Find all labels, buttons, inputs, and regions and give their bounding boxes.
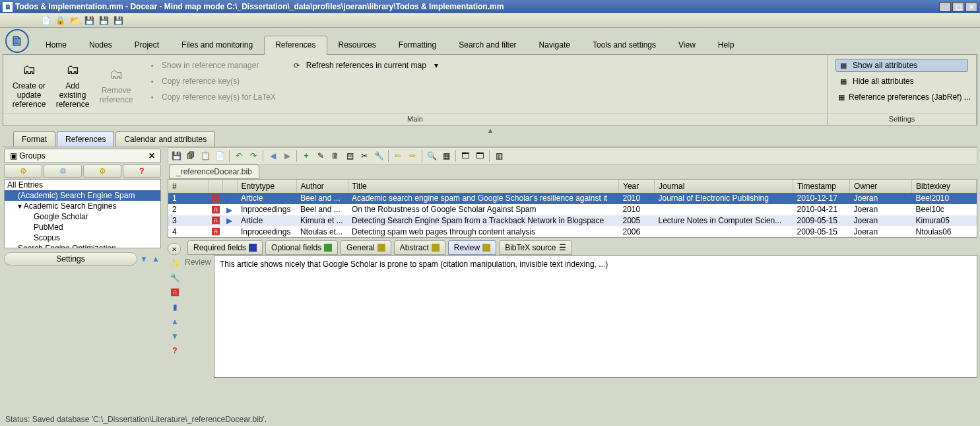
menu-project[interactable]: Project [123,36,170,55]
search-icon[interactable]: 🔍 [425,149,438,162]
wand-icon[interactable]: ✨ [169,258,181,269]
help-icon[interactable]: ? [169,345,181,357]
detail-tab-required-fields[interactable]: Required fields [187,240,263,255]
back-icon[interactable]: ◀ [266,149,279,162]
tools-icon[interactable]: ✂ [358,149,371,162]
subtab-format[interactable]: Format [13,131,55,147]
subtab-calendar-and-attributes[interactable]: Calendar and attributes [115,131,215,147]
forward-icon[interactable]: ▶ [280,149,294,162]
menu-resources[interactable]: Resources [327,36,387,55]
col-year[interactable]: Year [619,180,655,193]
col-title[interactable]: Title [348,180,619,193]
groups-edit-button[interactable]: ⚙ [44,164,82,178]
groups-tab[interactable]: ▣ Groups ✕ [4,149,161,163]
chevron-down-icon[interactable]: ▾ [434,61,438,70]
close-button[interactable]: ✕ [965,2,977,12]
col-owner[interactable]: Owner [850,180,912,193]
menu-view[interactable]: View [667,36,707,55]
table-row[interactable]: 1🅰▶ArticleBeel and ...Academic search en… [168,193,977,204]
ribbon-collapse-handle[interactable]: ▴ [0,125,980,131]
preview-icon[interactable]: 🗔 [459,149,472,162]
show-all-attributes-button[interactable]: ▦Show all attributes [835,59,968,72]
col-entrytype[interactable]: Entrytype [237,180,296,193]
groups-refresh-button[interactable]: ⚙ [83,164,121,178]
new-entry-icon[interactable]: 📄 [213,149,226,162]
tree-all-entries[interactable]: All Entries [5,180,160,190]
col-icon[interactable] [222,180,237,193]
table-row[interactable]: 4🅰InproceedingsNtoulas et...Detecting sp… [168,226,977,237]
table-row[interactable]: 2🅰▶InproceedingsBeel and ...On the Robus… [168,204,977,215]
add-icon[interactable]: + [300,149,313,162]
col-timestamp[interactable]: Timestamp [793,180,850,193]
mark-icon[interactable]: ✏ [406,149,419,162]
collapse-down-icon[interactable]: ▼ [139,254,149,264]
menu-navigate[interactable]: Navigate [528,36,581,55]
menu-tools-and-settings[interactable]: Tools and settings [581,36,667,55]
menu-references[interactable]: References [264,36,327,55]
copy-icon[interactable]: 🗐 [184,149,197,162]
columns-icon[interactable]: ▥ [492,149,506,162]
tree-item[interactable]: Search Engine Optimization [5,243,160,248]
add-existing-reference-button[interactable]: 🗂Add existingreference [51,57,94,110]
up-arrow-icon[interactable]: ▲ [169,316,181,328]
detail-tab-optional-fields[interactable]: Optional fields [265,240,338,255]
menu-help[interactable]: Help [707,36,746,55]
groups-add-button[interactable]: ⚙ [4,164,42,178]
tree-item[interactable]: PubMed [5,222,160,232]
highlight-icon[interactable]: ✏ [391,149,405,162]
file-tab[interactable]: _referenceDocear.bib [169,164,259,179]
edit-entry-icon[interactable]: ✎ [314,149,327,162]
groups-tree[interactable]: All Entries(Academic) Search Engine Spam… [4,179,161,248]
save-as-icon[interactable]: 💾 [98,15,110,26]
wrench-icon[interactable]: 🔧 [169,272,181,284]
col-author[interactable]: Author [296,180,348,193]
minimize-button[interactable]: _ [939,2,951,12]
toggle-icon[interactable]: 🗔 [473,149,486,162]
reference-preferences-jabref--button[interactable]: ▦Reference preferences (JabRef) ... [835,90,968,104]
create-or-update-reference-button[interactable]: 🗂Create or updatereference [7,57,51,110]
detail-tab-general[interactable]: General [341,240,391,255]
menu-files-and-monitoring[interactable]: Files and monitoring [170,36,264,55]
pdf-icon[interactable]: 🅰 [169,287,181,299]
groups-help-button[interactable]: ? [123,164,161,178]
col-icon[interactable] [208,180,222,193]
col-bibtexkey[interactable]: Bibtexkey [912,180,977,193]
review-textarea[interactable]: This article shows nicely that Google Sc… [214,255,977,378]
expand-up-icon[interactable]: ▲ [150,254,161,264]
undo-icon[interactable]: ↶ [232,149,245,162]
redo-icon[interactable]: ↷ [247,149,260,162]
new-file-icon[interactable]: 📄 [40,15,51,26]
groups-settings-button[interactable]: Settings [4,252,137,266]
menu-nodes[interactable]: Nodes [78,36,123,55]
menu-search-and-filter[interactable]: Search and filter [447,36,527,55]
menu-home[interactable]: Home [34,36,78,55]
subtab-references[interactable]: References [57,131,114,147]
reference-table[interactable]: #EntrytypeAuthorTitleYearJournalTimestam… [168,179,977,238]
close-groups-icon[interactable]: ✕ [148,151,155,160]
menu-formatting[interactable]: Formatting [387,36,447,55]
detail-tab-abstract[interactable]: Abstract [394,240,445,255]
list-icon[interactable]: ▤ [343,149,356,162]
lock-icon[interactable]: 🔒 [54,15,66,26]
tree-item[interactable]: Scopus [5,232,160,243]
hide-all-attributes-button[interactable]: ▦Hide all attributes [835,75,968,88]
detail-tab-review[interactable]: Review [448,240,496,255]
save-db-icon[interactable]: 💾 [170,149,183,162]
table-row[interactable]: 3🅰▶ArticleKimura et ...Detecting Search … [168,215,977,227]
save-icon[interactable]: 💾 [83,15,95,26]
folder-icon[interactable]: 📂 [69,15,81,26]
app-logo[interactable]: 🗎 [0,28,34,54]
wrench-icon[interactable]: 🔧 [372,149,385,162]
refresh-references-button[interactable]: ⟳ Refresh references in current map ▾ [289,59,441,72]
save-all-icon[interactable]: 💾 [112,15,124,26]
tree-item[interactable]: ▾ Academic Search Engines [5,201,160,211]
doc-icon[interactable]: 🗎 [329,149,342,162]
bookmark-icon[interactable]: ▮ [169,301,181,313]
maximize-button[interactable]: ▢ [952,2,964,12]
col-journal[interactable]: Journal [655,180,793,193]
col-#[interactable]: # [168,180,208,193]
detail-tab-bibtex-source[interactable]: BibTeX source☰ [499,240,572,255]
close-detail-button[interactable]: ✕ [168,243,181,255]
filter-icon[interactable]: ▦ [440,149,453,162]
paste-icon[interactable]: 📋 [199,149,212,162]
